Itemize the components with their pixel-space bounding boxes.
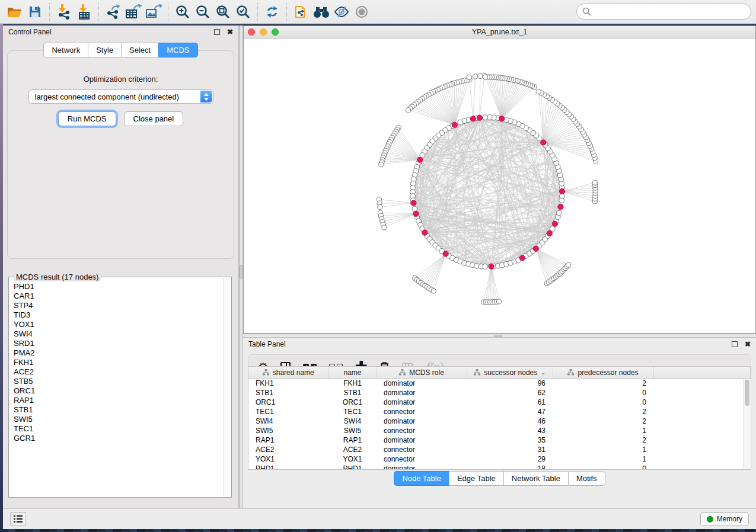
mcds-node-item[interactable]: GCR1 bbox=[14, 434, 222, 443]
zoom-out-icon[interactable] bbox=[193, 2, 213, 21]
tab-network-table[interactable]: Network Table bbox=[503, 471, 568, 486]
select-stepper-icon bbox=[200, 91, 212, 102]
mcds-node-item[interactable]: STB5 bbox=[14, 377, 222, 386]
network-from-file-icon[interactable] bbox=[291, 2, 311, 21]
show-details-icon[interactable] bbox=[352, 2, 372, 21]
optimization-criterion-select[interactable]: largest connected component (undirected) bbox=[28, 89, 213, 104]
mcds-node-item[interactable]: SWI4 bbox=[14, 329, 222, 339]
network-canvas[interactable] bbox=[244, 39, 755, 333]
export-table-icon[interactable] bbox=[123, 2, 143, 21]
mcds-node-item[interactable]: STB1 bbox=[14, 405, 222, 415]
mcds-result-title: MCDS result (17 nodes) bbox=[14, 273, 101, 281]
mcds-tab-content: Optimization criterion: largest connecte… bbox=[7, 50, 234, 259]
mcds-node-item[interactable]: STP4 bbox=[14, 301, 222, 310]
binoculars-icon[interactable] bbox=[311, 2, 331, 21]
toolbar-separator bbox=[286, 3, 287, 21]
tab-node-table[interactable]: Node Table bbox=[394, 471, 449, 486]
column-header-shared-name[interactable]: shared name bbox=[248, 367, 328, 379]
column-header-predecessor-nodes[interactable]: predecessor nodes bbox=[553, 367, 653, 379]
mcds-result-list[interactable]: PHD1CAR1STP4TID3YOX1SWI4SRD1PMA2FKH1ACE2… bbox=[14, 282, 222, 495]
table-panel-title: Table Panel bbox=[248, 340, 286, 348]
table-row[interactable]: FKH1FKH1dominator962 bbox=[248, 379, 751, 388]
table-scrollbar-thumb[interactable] bbox=[745, 380, 749, 406]
close-panel-icon[interactable]: ✖ bbox=[745, 341, 751, 347]
column-header-name[interactable]: name bbox=[328, 367, 377, 379]
float-panel-icon[interactable] bbox=[732, 341, 738, 347]
import-network-icon[interactable] bbox=[54, 2, 74, 21]
network-graph bbox=[244, 39, 755, 333]
mcds-node-item[interactable]: FKH1 bbox=[14, 358, 222, 367]
table-row[interactable]: TEC1TEC1connector472 bbox=[248, 407, 751, 416]
save-icon[interactable] bbox=[25, 2, 45, 21]
mcds-node-item[interactable]: YOX1 bbox=[14, 320, 222, 329]
node-table[interactable]: shared namenameMCDS rolesuccessor nodes⌄… bbox=[248, 367, 751, 470]
column-header-filler bbox=[653, 367, 751, 379]
tab-style[interactable]: Style bbox=[88, 43, 121, 57]
run-mcds-button[interactable]: Run MCDS bbox=[58, 111, 116, 126]
network-titlebar: YPA_prune.txt_1 bbox=[244, 26, 755, 39]
memory-label: Memory bbox=[717, 515, 742, 523]
table-row[interactable]: PHD1PHD1dominator180 bbox=[248, 464, 751, 470]
mcds-node-item[interactable]: TID3 bbox=[14, 310, 222, 320]
toolbar-separator bbox=[168, 3, 168, 21]
zoom-fit-icon[interactable] bbox=[213, 2, 233, 21]
float-panel-icon[interactable] bbox=[214, 29, 220, 35]
mcds-node-item[interactable]: ORC1 bbox=[14, 386, 222, 396]
zoom-selected-icon[interactable] bbox=[233, 2, 253, 21]
tab-edge-table[interactable]: Edge Table bbox=[449, 471, 503, 486]
table-scrollbar[interactable] bbox=[743, 379, 750, 469]
mcds-node-item[interactable]: SWI5 bbox=[14, 415, 222, 424]
table-row[interactable]: SWI4SWI4dominator462 bbox=[248, 416, 751, 426]
table-row[interactable]: STB1STB1dominator620 bbox=[248, 388, 751, 398]
table-row[interactable]: YOX1YOX1connector291 bbox=[248, 454, 751, 464]
column-header-successor-nodes[interactable]: successor nodes⌄ bbox=[467, 367, 553, 379]
optimization-criterion-label: Optimization criterion: bbox=[8, 75, 234, 84]
open-folder-icon[interactable] bbox=[5, 2, 25, 21]
zoom-in-icon[interactable] bbox=[173, 2, 193, 21]
search-input[interactable] bbox=[591, 8, 745, 16]
table-row[interactable]: RAP1RAP1dominator352 bbox=[248, 435, 751, 445]
mcds-node-item[interactable]: TEC1 bbox=[14, 424, 222, 434]
table-row[interactable]: ORC1ORC1dominator610 bbox=[248, 398, 751, 407]
mcds-list-scrollbar[interactable] bbox=[223, 278, 231, 496]
control-panel: Control Panel ✖ NetworkStyleSelectMCDS O… bbox=[3, 25, 239, 508]
network-title: YPA_prune.txt_1 bbox=[244, 28, 755, 36]
splitter-grip[interactable] bbox=[240, 265, 243, 278]
mcds-node-item[interactable]: SRD1 bbox=[14, 339, 222, 348]
close-panel-button[interactable]: Close panel bbox=[124, 111, 184, 126]
table-tabs: Node TableEdge TableNetwork TableMotifs bbox=[243, 471, 756, 486]
optimization-criterion-value: largest connected component (undirected) bbox=[35, 92, 180, 101]
vertical-splitter[interactable] bbox=[239, 25, 243, 508]
splitter-grip[interactable] bbox=[494, 335, 502, 337]
import-table-icon[interactable] bbox=[74, 2, 94, 21]
network-search-box[interactable] bbox=[576, 4, 751, 20]
memory-status-icon bbox=[707, 516, 713, 523]
table-row[interactable]: ACE2ACE2connector311 bbox=[248, 445, 751, 454]
tab-select[interactable]: Select bbox=[121, 43, 158, 57]
export-image-icon[interactable] bbox=[143, 2, 164, 21]
horizontal-splitter[interactable] bbox=[243, 334, 756, 338]
mcds-node-item[interactable]: PMA2 bbox=[14, 348, 222, 358]
tab-motifs[interactable]: Motifs bbox=[568, 471, 605, 486]
node-table-container: shared namenameMCDS rolesuccessor nodes⌄… bbox=[248, 366, 751, 470]
toolbar-separator bbox=[257, 3, 258, 21]
control-panel-tabs: NetworkStyleSelectMCDS bbox=[3, 43, 238, 57]
tab-network[interactable]: Network bbox=[43, 43, 88, 57]
column-header-MCDS-role[interactable]: MCDS role bbox=[377, 367, 467, 379]
table-row[interactable]: SWI5SWI5connector431 bbox=[248, 426, 751, 435]
task-history-icon[interactable] bbox=[10, 512, 26, 525]
refresh-layout-icon[interactable] bbox=[262, 2, 282, 21]
memory-button[interactable]: Memory bbox=[700, 512, 749, 526]
close-panel-icon[interactable]: ✖ bbox=[227, 29, 233, 35]
mcds-node-item[interactable]: CAR1 bbox=[14, 291, 222, 301]
right-column: YPA_prune.txt_1 Table Panel ✖ ⚙ ✚ f(x) bbox=[243, 25, 756, 508]
tab-mcds[interactable]: MCDS bbox=[158, 43, 197, 57]
mcds-node-item[interactable]: ACE2 bbox=[14, 367, 222, 377]
search-icon bbox=[582, 7, 591, 16]
table-header-row: shared namenameMCDS rolesuccessor nodes⌄… bbox=[248, 367, 751, 379]
mcds-node-item[interactable]: RAP1 bbox=[14, 396, 222, 405]
hide-details-icon[interactable] bbox=[331, 2, 352, 21]
status-bar: Memory bbox=[3, 508, 756, 529]
export-network-icon[interactable] bbox=[103, 2, 123, 21]
mcds-node-item[interactable]: PHD1 bbox=[14, 282, 222, 291]
